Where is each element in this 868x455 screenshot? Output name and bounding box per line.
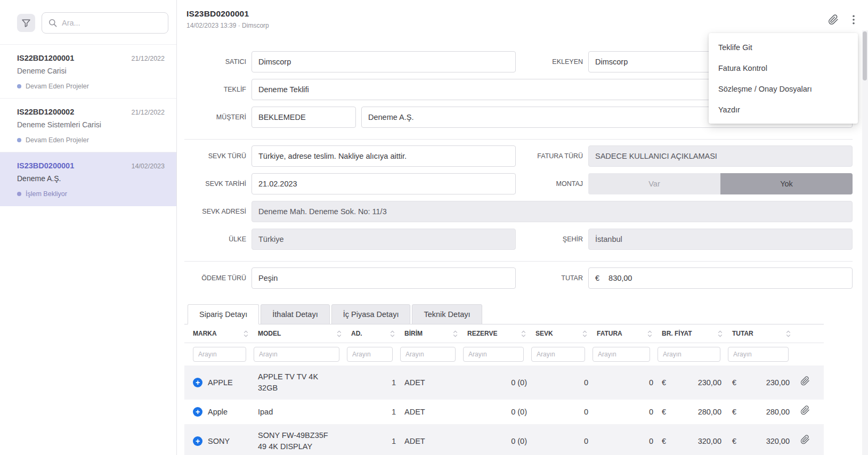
cell-fatura: 0	[593, 400, 658, 424]
sevk-tarihi-label: SEVK TARİHİ	[184, 180, 246, 188]
tab-1[interactable]: Sipariş Detayı	[188, 304, 259, 324]
table-row[interactable]: +SONYSONY FW-49BZ35F 49 4K DISPLAY1ADET0…	[184, 424, 824, 455]
sort-icon[interactable]	[521, 330, 526, 337]
menu-item[interactable]: Teklife Git	[709, 37, 858, 58]
record-header-text: IS23BD0200001 14/02/2023 13:39 · Dimscor…	[186, 9, 269, 29]
sort-icon[interactable]	[244, 330, 248, 337]
ulke-input	[252, 229, 516, 250]
column-header-marka[interactable]: MARKA	[184, 324, 254, 343]
row-attachment-icon[interactable]	[800, 405, 810, 415]
column-header-model[interactable]: MODEL	[254, 324, 347, 343]
record-name: Deneme Sistemleri Carisi	[17, 120, 165, 129]
sort-icon[interactable]	[453, 330, 458, 337]
column-filter-rezerve[interactable]	[463, 347, 524, 362]
field-odeme-turu: ÖDEME TÜRÜ	[184, 267, 516, 289]
form-row: SEVK TARİHİ MONTAJ Var Yok	[184, 173, 853, 194]
currency-symbol: €	[732, 407, 736, 418]
record-name: Deneme Carisi	[17, 67, 165, 75]
odeme-turu-input[interactable]	[252, 267, 516, 289]
row-attachment-icon[interactable]	[800, 376, 810, 386]
column-filter-ad[interactable]	[347, 347, 393, 362]
column-filter-marka[interactable]	[193, 347, 246, 362]
field-montaj: MONTAJ Var Yok	[521, 173, 853, 194]
vertical-scrollbar[interactable]	[862, 30, 868, 455]
expand-row-icon[interactable]: +	[193, 407, 202, 417]
status-dot-icon	[17, 84, 21, 88]
table-row[interactable]: +APPLEAPPLE TV TV 4K 32GB1ADET0 (0)00€23…	[184, 365, 824, 400]
ulke-label: ÜLKE	[184, 235, 246, 243]
filter-button[interactable]	[17, 14, 35, 32]
tutar-label: TUTAR	[521, 274, 583, 282]
column-filter-tutar[interactable]	[728, 347, 789, 362]
column-header-birim[interactable]: BİRİM	[400, 324, 463, 343]
sort-icon[interactable]	[786, 330, 791, 337]
column-header-sevk[interactable]: SEVK	[531, 324, 593, 343]
montaj-toggle: Var Yok	[588, 173, 853, 194]
menu-item[interactable]: Yazdır	[709, 99, 858, 120]
sevk-adresi-input	[252, 201, 853, 222]
section-divider	[184, 261, 853, 262]
field-sevk-adresi: SEVK ADRESİ	[184, 201, 853, 222]
column-header-br_fiyat[interactable]: BR. FİYAT	[658, 324, 728, 343]
cell-fatura: 0	[593, 365, 658, 400]
record-code: IS23BD0200001	[17, 161, 74, 170]
expand-row-icon[interactable]: +	[193, 436, 202, 446]
sort-icon[interactable]	[337, 330, 342, 337]
cell-tutar: €230,00	[728, 365, 796, 400]
more-options-button[interactable]	[853, 15, 855, 25]
cell-model: SONY FW-49BZ35F 49 4K DISPLAY	[254, 424, 347, 455]
currency-symbol: €	[732, 436, 736, 447]
menu-item[interactable]: Sözleşme / Onay Dosyaları	[709, 78, 858, 99]
menu-item[interactable]: Fatura Kontrol	[709, 58, 858, 78]
cell-birim: ADET	[400, 400, 463, 424]
tab-4[interactable]: Teknik Detayı	[412, 304, 482, 324]
tab-3[interactable]: İç Piyasa Detayı	[331, 304, 411, 324]
main-panel: IS23BD0200001 14/02/2023 13:39 · Dimscor…	[177, 0, 868, 455]
column-filter-fatura[interactable]	[593, 347, 650, 362]
montaj-option-yok[interactable]: Yok	[720, 173, 853, 194]
sevk-turu-input[interactable]	[252, 145, 516, 167]
paperclip-icon	[828, 14, 839, 25]
odeme-turu-label: ÖDEME TÜRÜ	[184, 274, 246, 282]
search-input[interactable]	[62, 19, 161, 27]
column-header-tutar[interactable]: TUTAR	[728, 324, 796, 343]
cell-model: APPLE TV TV 4K 32GB	[254, 365, 347, 400]
montaj-option-var[interactable]: Var	[588, 173, 720, 194]
column-header-rezerve[interactable]: REZERVE	[463, 324, 531, 343]
expand-row-icon[interactable]: +	[193, 378, 202, 387]
record-list-item[interactable]: IS22BD120000121/12/2022Deneme CarisiDeva…	[0, 45, 176, 99]
cell-rezerve: 0 (0)	[463, 424, 531, 455]
column-filter-sevk[interactable]	[531, 347, 585, 362]
satici-input[interactable]	[252, 51, 516, 72]
column-filter-br_fiyat[interactable]	[658, 347, 720, 362]
currency-symbol: €	[732, 377, 736, 388]
record-list-item[interactable]: IS23BD020000114/02/2023Deneme A.Ş.İşlem …	[0, 152, 176, 206]
column-header-ad[interactable]: AD.	[347, 324, 400, 343]
scrollbar-thumb[interactable]	[863, 31, 867, 80]
sevk-tarihi-input[interactable]	[252, 173, 516, 194]
record-code: IS22BD1200001	[17, 54, 74, 62]
cell-ad: 1	[347, 365, 400, 400]
tab-2[interactable]: İthalat Detayı	[261, 304, 329, 324]
fatura-turu-label: FATURA TÜRÜ	[521, 152, 583, 160]
sort-icon[interactable]	[647, 330, 652, 337]
column-filter-birim[interactable]	[400, 347, 456, 362]
record-header: IS23BD0200001 14/02/2023 13:39 · Dimscor…	[177, 0, 868, 33]
record-code: IS22BD1200002	[17, 108, 74, 116]
row-attachment-icon[interactable]	[800, 435, 810, 444]
search-icon	[48, 19, 57, 27]
musteri-status-input[interactable]	[252, 107, 356, 128]
tutar-input[interactable]: € 830,00	[588, 267, 853, 289]
sort-icon[interactable]	[718, 330, 723, 337]
currency-symbol: €	[662, 377, 666, 388]
table-row[interactable]: +AppleIpad1ADET0 (0)00€280,00€280,00	[184, 400, 824, 424]
field-ulke: ÜLKE	[184, 229, 516, 250]
cell-rezerve: 0 (0)	[463, 400, 531, 424]
sort-icon[interactable]	[390, 330, 395, 337]
cell-attachment	[796, 365, 824, 400]
attachments-button[interactable]	[828, 14, 839, 25]
column-header-fatura[interactable]: FATURA	[593, 324, 658, 343]
column-filter-model[interactable]	[254, 347, 339, 362]
record-list-item[interactable]: IS22BD120000221/12/2022Deneme Sistemleri…	[0, 99, 176, 152]
sort-icon[interactable]	[582, 330, 587, 337]
